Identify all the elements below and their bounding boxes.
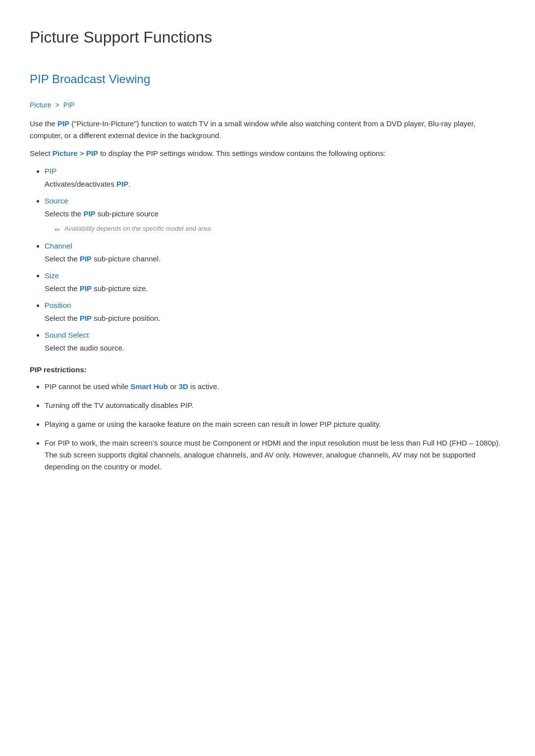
section-title: PIP Broadcast Viewing <box>30 70 505 89</box>
size-option-desc: Select the PIP sub-picture size. <box>45 283 505 295</box>
sound-select-option-desc: Select the audio source. <box>45 342 505 354</box>
source-note: ✏ Availability depends on the specific m… <box>54 224 505 235</box>
pip-link-source[interactable]: PIP <box>83 209 95 218</box>
pip-option-title[interactable]: PIP <box>45 167 56 175</box>
list-item-position: Position Select the PIP sub-picture posi… <box>45 300 505 324</box>
3d-link[interactable]: 3D <box>179 382 188 391</box>
list-item-size: Size Select the PIP sub-picture size. <box>45 270 505 295</box>
picture-link-intro[interactable]: Picture <box>53 149 78 157</box>
restrictions-title: PIP restrictions: <box>30 364 505 376</box>
breadcrumb: Picture > PIP <box>30 99 505 111</box>
intro-paragraph-2: Select Picture > PIP to display the PIP … <box>30 148 505 159</box>
list-item-pip: PIP Activates/deactivates PIP. <box>45 165 505 190</box>
pip-link-desc[interactable]: PIP <box>116 180 128 188</box>
list-item-channel: Channel Select the PIP sub-picture chann… <box>45 240 505 265</box>
restriction-item-4: For PIP to work, the main screen's sourc… <box>45 437 505 473</box>
note-icon: ✏ <box>54 224 60 235</box>
channel-option-desc: Select the PIP sub-picture channel. <box>45 253 505 265</box>
sound-select-option-title[interactable]: Sound Select <box>45 331 89 339</box>
pip-options-list: PIP Activates/deactivates PIP. Source Se… <box>45 165 505 354</box>
page-title: Picture Support Functions <box>30 20 505 50</box>
note-text: Availability depends on the specific mod… <box>64 224 213 234</box>
list-item-sound-select: Sound Select Select the audio source. <box>45 329 505 354</box>
channel-option-title[interactable]: Channel <box>45 242 72 250</box>
restriction-item-1: PIP cannot be used while Smart Hub or 3D… <box>45 381 505 393</box>
pip-link-intro2[interactable]: PIP <box>86 149 98 157</box>
pip-link-position[interactable]: PIP <box>80 314 92 322</box>
restrictions-list: PIP cannot be used while Smart Hub or 3D… <box>45 381 505 473</box>
breadcrumb-picture[interactable]: Picture <box>30 101 53 109</box>
breadcrumb-separator: > <box>55 101 59 109</box>
position-option-title[interactable]: Position <box>45 301 71 309</box>
source-option-title[interactable]: Source <box>45 197 68 205</box>
list-item-source: Source Selects the PIP sub-picture sourc… <box>45 195 505 235</box>
pip-link-channel[interactable]: PIP <box>80 254 92 263</box>
position-option-desc: Select the PIP sub-picture position. <box>45 312 505 324</box>
restriction-item-3: Playing a game or using the karaoke feat… <box>45 418 505 430</box>
intro-paragraph-1: Use the PIP ("Picture-In-Picture") funct… <box>30 118 505 142</box>
breadcrumb-pip[interactable]: PIP <box>63 101 75 109</box>
pip-option-desc: Activates/deactivates PIP. <box>45 178 505 190</box>
pip-link-size[interactable]: PIP <box>80 284 92 293</box>
smart-hub-link[interactable]: Smart Hub <box>130 382 168 391</box>
size-option-title[interactable]: Size <box>45 271 59 280</box>
pip-link-intro[interactable]: PIP <box>57 119 69 128</box>
source-option-desc: Selects the PIP sub-picture source <box>45 208 505 220</box>
restriction-item-2: Turning off the TV automatically disable… <box>45 400 505 411</box>
